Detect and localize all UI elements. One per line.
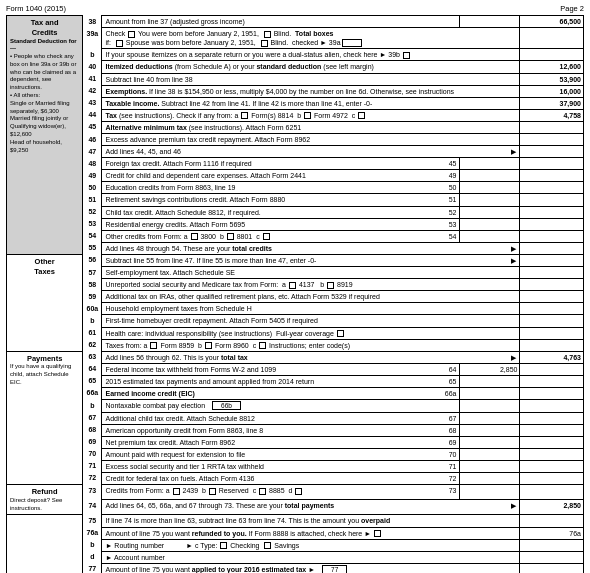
line-46-amount	[520, 134, 584, 146]
line-53-desc: Residential energy credits. Attach Form …	[102, 218, 460, 230]
check-39b-born[interactable]	[116, 40, 123, 47]
check-73c[interactable]	[259, 488, 266, 495]
line-38-amount-inner	[460, 16, 520, 28]
line-39b-amount	[520, 49, 584, 61]
line-num-62: 62	[83, 339, 102, 351]
line-num-51: 51	[83, 194, 102, 206]
table-row: 55 Add lines 48 through 54. These are yo…	[7, 242, 584, 254]
line-69-amount	[520, 436, 584, 448]
check-44b[interactable]	[304, 112, 311, 119]
check-39a-blind[interactable]	[264, 31, 271, 38]
line-num-65: 65	[83, 375, 102, 387]
line-60b-desc: First-time homebuyer credit repayment. A…	[102, 315, 520, 327]
line-num-46: 46	[83, 134, 102, 146]
line-39a-amount	[520, 28, 584, 49]
line-51-inner	[460, 194, 520, 206]
other-taxes-title: OtherTaxes	[10, 257, 79, 277]
check-73d[interactable]	[295, 488, 302, 495]
std-deduction-note2: • All others:	[10, 92, 79, 100]
line-num-39b: b	[83, 49, 102, 61]
table-row: b If your spouse itemizes on a separate …	[7, 49, 584, 61]
line-42-amount: 16,000	[520, 85, 584, 97]
line-num-76d: d	[83, 551, 102, 563]
check-54b[interactable]	[227, 233, 234, 240]
check-76a[interactable]	[374, 530, 381, 537]
refund-section-label-2	[7, 515, 83, 573]
line-59-desc: Additional tax on IRAs, other qualified …	[102, 291, 520, 303]
table-row: b ► Routing number ► c Type: Checking Sa…	[7, 539, 584, 551]
table-row: 44 Tax (see instructions). Check if any …	[7, 109, 584, 121]
check-73a[interactable]	[173, 488, 180, 495]
main-table: Tax andCredits Standard Deduction for— •…	[6, 15, 584, 573]
line-74-desc: Add lines 64, 65, 66a, and 67 through 73…	[102, 500, 520, 515]
line-num-71: 71	[83, 460, 102, 472]
line-num-75: 75	[83, 515, 102, 527]
line-47-desc: Add lines 44, 45, and 46 ▶	[102, 146, 520, 158]
line-num-66a: 66a	[83, 387, 102, 399]
check-54a[interactable]	[191, 233, 198, 240]
check-62c[interactable]	[259, 342, 266, 349]
table-row: 74 Add lines 64, 65, 66a, and 67 through…	[7, 500, 584, 515]
line-63-amount: 4,763	[520, 351, 584, 363]
line-62-amount	[520, 339, 584, 351]
line-48-desc: Foreign tax credit. Attach Form 1116 if …	[102, 158, 460, 170]
line-54-desc: Other credits from Form: a 3800 b 8801 c…	[102, 230, 460, 242]
line-num-74: 74	[83, 500, 102, 515]
line-68-amount	[520, 424, 584, 436]
line-58-amount	[520, 279, 584, 291]
line-66b-desc: Nontaxable combat pay election 66b	[102, 400, 460, 412]
line-43-desc: Taxable income. Subtract line 42 from li…	[102, 97, 520, 109]
check-savings[interactable]	[264, 542, 271, 549]
check-39b[interactable]	[403, 52, 410, 59]
table-row: 46 Excess advance premium tax credit rep…	[7, 134, 584, 146]
table-row: 77 Amount of line 75 you want applied to…	[7, 563, 584, 573]
line-num-72: 72	[83, 472, 102, 484]
line-64-inner: 2,850	[460, 363, 520, 375]
check-checking[interactable]	[220, 542, 227, 549]
check-62b[interactable]	[205, 342, 212, 349]
line-45-desc: Alternative minimum tax (see instruction…	[102, 121, 520, 133]
check-54c[interactable]	[263, 233, 270, 240]
line-72-desc: Credit for federal tax on fuels. Attach …	[102, 472, 460, 484]
line-63-desc: Add lines 56 through 62. This is your to…	[102, 351, 520, 363]
line-num-58: 58	[83, 279, 102, 291]
line-71-desc: Excess social security and tier 1 RRTA t…	[102, 460, 460, 472]
line-68-inner	[460, 424, 520, 436]
table-row: 72 Credit for federal tax on fuels. Atta…	[7, 472, 584, 484]
check-58a[interactable]	[289, 282, 296, 289]
refund-section-label: Refund Direct deposit? See instructions.	[7, 485, 83, 515]
table-row: 64 Federal income tax withheld from Form…	[7, 363, 584, 375]
line-51-amount	[520, 194, 584, 206]
table-row: 42 Exemptions. If line 38 is $154,950 or…	[7, 85, 584, 97]
table-row: 65 2015 estimated tax payments and amoun…	[7, 375, 584, 387]
check-73b[interactable]	[209, 488, 216, 495]
line-65-inner	[460, 375, 520, 387]
line-69-inner	[460, 436, 520, 448]
check-61[interactable]	[337, 330, 344, 337]
std-deduction-mfj: Married filing jointly or Qualifying wid…	[10, 115, 79, 138]
line-75-amount	[520, 515, 584, 527]
check-44c[interactable]	[358, 112, 365, 119]
check-44a[interactable]	[241, 112, 248, 119]
line-num-50: 50	[83, 182, 102, 194]
line-45-amount	[520, 121, 584, 133]
line-70-desc: Amount paid with request for extension t…	[102, 448, 460, 460]
line-60b-amount	[520, 315, 584, 327]
check-39a-born[interactable]	[128, 31, 135, 38]
check-62a[interactable]	[150, 342, 157, 349]
line-71-inner	[460, 460, 520, 472]
line-62-desc: Taxes from: a Form 8959 b Form 8960 c In…	[102, 339, 520, 351]
line-38-desc: Amount from line 37 (adjusted gross inco…	[102, 16, 460, 28]
line-77-amount	[520, 563, 584, 573]
table-row: 47 Add lines 44, 45, and 46 ▶	[7, 146, 584, 158]
check-39b-blind[interactable]	[261, 40, 268, 47]
box-39a[interactable]	[342, 39, 362, 47]
line-53-inner	[460, 218, 520, 230]
line-57-amount	[520, 267, 584, 279]
line-48-amount	[520, 158, 584, 170]
std-deduction-hoh: Head of household, $9,250	[10, 139, 79, 155]
check-58b[interactable]	[327, 282, 334, 289]
table-row: 45 Alternative minimum tax (see instruct…	[7, 121, 584, 133]
line-num-56: 56	[83, 254, 102, 266]
table-row: 70 Amount paid with request for extensio…	[7, 448, 584, 460]
